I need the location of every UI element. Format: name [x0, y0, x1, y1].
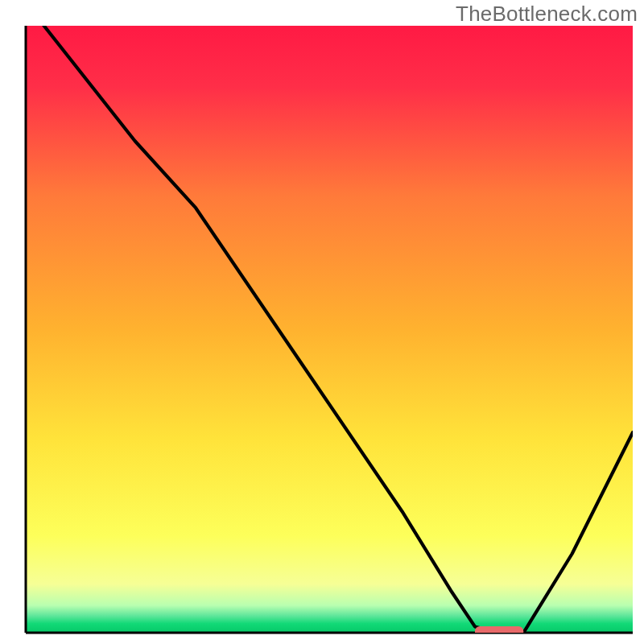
chart-svg [0, 0, 644, 644]
bottleneck-chart: TheBottleneck.com [0, 0, 644, 644]
watermark-text: TheBottleneck.com [456, 2, 638, 27]
optimal-range-marker [475, 626, 523, 637]
